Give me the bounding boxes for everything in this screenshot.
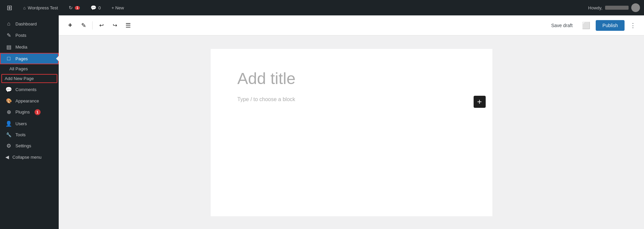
appearance-icon: 🎨 [5, 98, 12, 103]
sidebar-item-label: Appearance [15, 98, 39, 103]
site-name-text: Wordpress Test [28, 5, 58, 10]
tools-icon: 🔧 [5, 132, 12, 137]
sidebar-item-label: Plugins [15, 109, 30, 115]
pages-icon: □ [5, 56, 12, 62]
sidebar-item-dashboard[interactable]: ⌂ Dashboard [0, 18, 59, 29]
comments-count: 0 [98, 5, 101, 10]
sidebar-item-label: Settings [15, 143, 31, 148]
howdy-area: Howdy, [588, 3, 640, 12]
update-icon: ↻ [69, 5, 73, 10]
editor-inner: Add title Type / to choose a block + [211, 49, 492, 216]
collapse-icon: ◀ [5, 154, 9, 160]
pencil-icon: ✎ [81, 22, 86, 29]
sidebar-subitem-add-new-page[interactable]: Add New Page [1, 74, 57, 83]
media-icon: ▤ [5, 44, 12, 50]
username-text [605, 6, 629, 10]
undo-button[interactable]: ↩ [95, 19, 107, 31]
more-options-button[interactable]: ⋮ [627, 20, 639, 30]
sidebar-subitem-all-pages[interactable]: All Pages [0, 64, 59, 73]
add-icon: + [68, 21, 72, 29]
save-draft-button[interactable]: Save draft [547, 21, 577, 30]
editor-toolbar: + ✎ ↩ ↪ ☰ Save draft ⬜ [59, 15, 644, 35]
sidebar-item-plugins[interactable]: ⊕ Plugins 1 [0, 106, 59, 118]
plugins-icon: ⊕ [5, 109, 12, 115]
new-label: + New [112, 5, 124, 10]
plugins-badge: 1 [35, 109, 41, 115]
sidebar-item-label: Pages [15, 56, 28, 61]
sidebar-collapse[interactable]: ◀ Collapse menu [0, 152, 59, 162]
more-icon: ⋮ [630, 22, 636, 29]
redo-button[interactable]: ↪ [109, 19, 121, 31]
all-pages-label: All Pages [9, 66, 28, 71]
comments-menu-icon: 💬 [5, 86, 12, 93]
toolbar-right: Save draft ⬜ Publish ⋮ [547, 20, 639, 31]
site-name-link[interactable]: ⌂ Wordpress Test [20, 0, 61, 15]
sidebar-item-label: Posts [15, 33, 26, 38]
dashboard-icon: ⌂ [5, 21, 12, 27]
settings-icon: ⚙ [5, 143, 12, 149]
sidebar-item-label: Dashboard [15, 21, 37, 26]
users-icon: 👤 [5, 121, 12, 127]
sidebar-item-pages[interactable]: □ Pages [0, 53, 59, 64]
wp-logo[interactable]: ⊞ [4, 0, 15, 15]
new-content-link[interactable]: + New [109, 0, 127, 15]
add-block-floating-icon: + [477, 98, 482, 106]
sidebar-item-label: Users [15, 121, 27, 126]
sidebar-item-label: Media [15, 45, 27, 50]
sidebar-item-posts[interactable]: ✎ Posts [0, 29, 59, 41]
sidebar-item-tools[interactable]: 🔧 Tools [0, 130, 59, 140]
comments-icon: 💬 [91, 5, 96, 10]
view-icon: ⬜ [582, 22, 590, 29]
title-area[interactable]: Add title [237, 69, 466, 88]
content-area[interactable]: Type / to choose a block + [237, 96, 466, 102]
howdy-text: Howdy, [588, 5, 602, 10]
add-new-page-label: Add New Page [5, 76, 34, 81]
admin-bar: ⊞ ⌂ Wordpress Test ↻ 1 💬 0 + New Howdy, [0, 0, 644, 15]
content-placeholder: Type / to choose a block [237, 96, 296, 102]
sidebar-item-appearance[interactable]: 🎨 Appearance [0, 95, 59, 106]
sidebar: ⌂ Dashboard ✎ Posts ▤ Media □ Pages All … [0, 15, 59, 229]
add-block-toolbar-button[interactable]: + [64, 19, 76, 31]
comments-link[interactable]: 💬 0 [88, 0, 103, 15]
add-block-floating-button[interactable]: + [474, 96, 486, 108]
wp-icon: ⊞ [7, 4, 12, 12]
publish-label: Publish [602, 23, 618, 28]
home-icon: ⌂ [23, 5, 26, 10]
list-icon: ☰ [125, 22, 131, 29]
posts-icon: ✎ [5, 32, 12, 39]
redo-icon: ↪ [113, 22, 117, 28]
toolbar-sep-1 [92, 21, 93, 29]
collapse-label: Collapse menu [12, 155, 42, 160]
sidebar-item-label: Comments [15, 87, 37, 92]
sidebar-arrow [56, 56, 59, 61]
edit-mode-button[interactable]: ✎ [77, 19, 90, 31]
block-list-button[interactable]: ☰ [122, 19, 134, 31]
publish-button[interactable]: Publish [596, 20, 625, 31]
avatar [631, 3, 640, 12]
save-draft-label: Save draft [551, 23, 573, 28]
sidebar-item-label: Tools [15, 132, 25, 137]
update-count-badge: 1 [75, 6, 80, 10]
title-placeholder: Add title [237, 70, 296, 87]
sidebar-item-comments[interactable]: 💬 Comments [0, 84, 59, 95]
main-layout: ⌂ Dashboard ✎ Posts ▤ Media □ Pages All … [0, 15, 644, 229]
view-toggle-button[interactable]: ⬜ [579, 20, 593, 31]
updates-link[interactable]: ↻ 1 [66, 0, 83, 15]
sidebar-item-users[interactable]: 👤 Users [0, 118, 59, 130]
undo-icon: ↩ [99, 22, 104, 28]
editor-content: Add title Type / to choose a block + [59, 35, 644, 229]
sidebar-item-settings[interactable]: ⚙ Settings [0, 140, 59, 152]
editor-area: + ✎ ↩ ↪ ☰ Save draft ⬜ [59, 15, 644, 229]
sidebar-item-media[interactable]: ▤ Media [0, 41, 59, 53]
